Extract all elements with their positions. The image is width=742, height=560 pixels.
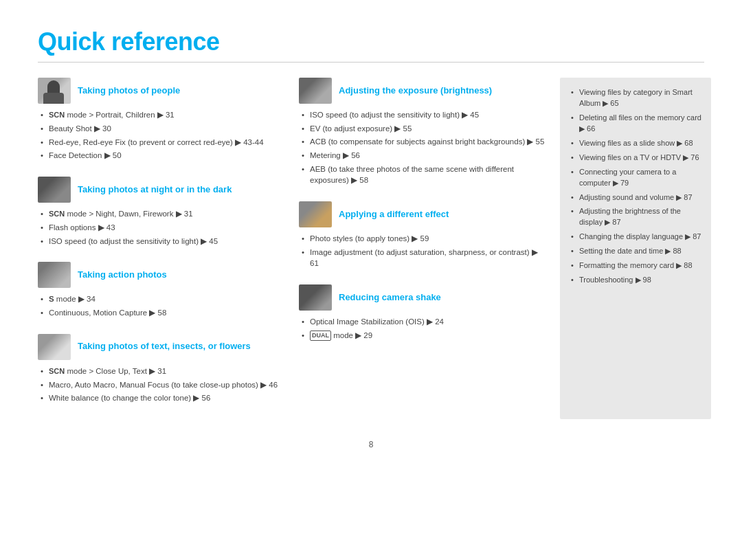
list-item: Photo styles (to apply tones) ▶ 59 (302, 233, 546, 245)
list-item: SCN mode > Close Up, Text ▶ 31 (41, 366, 285, 377)
list-item: Flash options ▶ 43 (41, 222, 285, 234)
list-item: SCN mode > Portrait, Children ▶ 31 (41, 109, 285, 121)
column-3-sidebar: Viewing files by category in Smart Album… (560, 78, 711, 419)
list-item: Macro, Auto Macro, Manual Focus (to take… (41, 379, 285, 391)
section-macro-img (38, 334, 71, 360)
list-item: Image adjustment (to adjust saturation, … (302, 247, 546, 269)
section-effect: Applying a different effect Photo styles… (299, 201, 546, 269)
list-item: Viewing files by category in Smart Album… (571, 87, 701, 109)
page-wrapper: Quick reference Taking photos of people … (0, 0, 742, 470)
section-exposure-header: Adjusting the exposure (brightness) (299, 78, 546, 104)
section-shake-header: Reducing camera shake (299, 284, 546, 311)
list-item: SCN mode > Night, Dawn, Firework ▶ 31 (41, 208, 285, 220)
section-macro: Taking photos of text, insects, or flowe… (38, 334, 285, 404)
section-exposure-list: ISO speed (to adjust the sensitivity to … (299, 109, 546, 186)
section-action-header: Taking action photos (38, 262, 285, 288)
section-people-img (38, 78, 71, 104)
list-item: ISO speed (to adjust the sensitivity to … (302, 109, 546, 121)
title-divider (38, 62, 704, 63)
section-action: Taking action photos S mode ▶ 34 Continu… (38, 262, 285, 318)
section-people-title: Taking photos of people (78, 85, 180, 97)
section-exposure: Adjusting the exposure (brightness) ISO … (299, 78, 546, 186)
list-item: Deleting all files on the memory card ▶ … (571, 113, 701, 135)
section-night-title: Taking photos at night or in the dark (78, 184, 232, 196)
section-action-img (38, 262, 71, 288)
list-item: Adjusting sound and volume ▶ 87 (571, 192, 701, 203)
list-item: White balance (to change the color tone)… (41, 392, 285, 404)
sidebar-list: Viewing files by category in Smart Album… (571, 87, 701, 286)
list-item: EV (to adjust exposure) ▶ 55 (302, 123, 546, 135)
section-night-list: SCN mode > Night, Dawn, Firework ▶ 31 Fl… (38, 208, 285, 247)
section-shake: Reducing camera shake Optical Image Stab… (299, 284, 546, 341)
column-1: Taking photos of people SCN mode > Portr… (38, 78, 299, 419)
section-effect-title: Applying a different effect (339, 209, 449, 221)
list-item: DUAL mode ▶ 29 (302, 330, 546, 341)
section-action-title: Taking action photos (78, 269, 167, 281)
list-item: Setting the date and time ▶ 88 (571, 246, 701, 257)
section-night: Taking photos at night or in the dark SC… (38, 177, 285, 247)
list-item: AEB (to take three photos of the same sc… (302, 164, 546, 186)
list-item: Continuous, Motion Capture ▶ 58 (41, 307, 285, 319)
list-item: Formatting the memory card ▶ 88 (571, 260, 701, 271)
section-macro-title: Taking photos of text, insects, or flowe… (78, 341, 251, 352)
list-item: ACB (to compensate for subjects against … (302, 136, 546, 148)
list-item: Adjusting the brightness of the display … (571, 206, 701, 228)
list-item: Beauty Shot ▶ 30 (41, 123, 285, 135)
list-item: Changing the display language ▶ 87 (571, 232, 701, 243)
section-exposure-img (299, 78, 332, 104)
section-action-list: S mode ▶ 34 Continuous, Motion Capture ▶… (38, 293, 285, 318)
section-effect-img (299, 201, 332, 227)
section-exposure-title: Adjusting the exposure (brightness) (339, 85, 492, 97)
section-people: Taking photos of people SCN mode > Portr… (38, 78, 285, 161)
list-item: Troubleshooting ▶ 98 (571, 275, 701, 286)
list-item: Connecting your camera to a computer ▶ 7… (571, 167, 701, 189)
section-macro-list: SCN mode > Close Up, Text ▶ 31 Macro, Au… (38, 366, 285, 404)
page-number: 8 (38, 440, 704, 449)
section-macro-header: Taking photos of text, insects, or flowe… (38, 334, 285, 360)
list-item: Metering ▶ 56 (302, 150, 546, 161)
column-2: Adjusting the exposure (brightness) ISO … (299, 78, 560, 419)
list-item: S mode ▶ 34 (41, 293, 285, 305)
list-item: Optical Image Stabilization (OIS) ▶ 24 (302, 316, 546, 328)
section-shake-img (299, 284, 332, 311)
section-night-img (38, 177, 71, 203)
section-effect-list: Photo styles (to apply tones) ▶ 59 Image… (299, 233, 546, 269)
list-item: Viewing files as a slide show ▶ 68 (571, 138, 701, 149)
list-item: Viewing files on a TV or HDTV ▶ 76 (571, 153, 701, 164)
section-shake-list: Optical Image Stabilization (OIS) ▶ 24 D… (299, 316, 546, 341)
page-title: Quick reference (38, 27, 704, 56)
section-people-header: Taking photos of people (38, 78, 285, 104)
list-item: Red-eye, Red-eye Fix (to prevent or corr… (41, 137, 285, 148)
section-people-list: SCN mode > Portrait, Children ▶ 31 Beaut… (38, 109, 285, 161)
list-item: ISO speed (to adjust the sensitivity to … (41, 236, 285, 247)
section-shake-title: Reducing camera shake (339, 292, 441, 304)
content-grid: Taking photos of people SCN mode > Portr… (38, 78, 704, 419)
section-effect-header: Applying a different effect (299, 201, 546, 227)
section-night-header: Taking photos at night or in the dark (38, 177, 285, 203)
list-item: Face Detection ▶ 50 (41, 150, 285, 161)
